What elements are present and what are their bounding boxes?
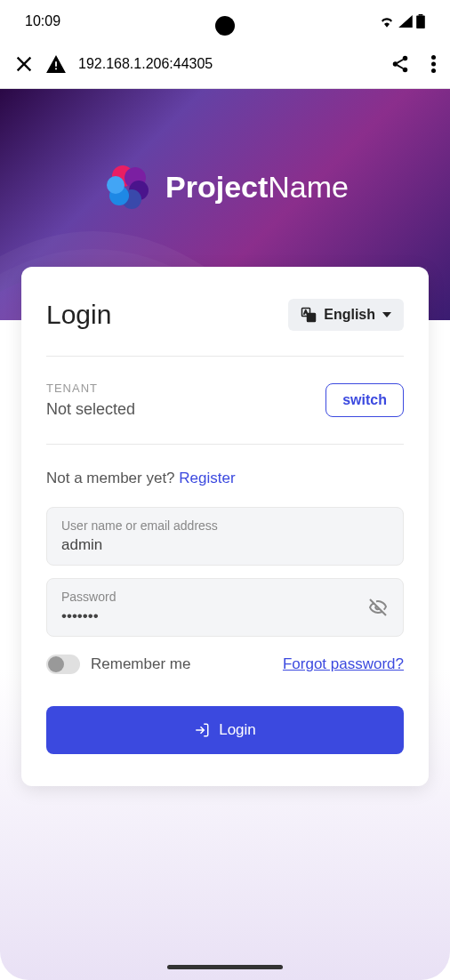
login-header: Login A English (46, 299, 404, 331)
username-value: admin (61, 536, 389, 554)
language-label: English (324, 307, 375, 323)
toggle-knob (48, 656, 64, 672)
username-label: User name or email address (61, 518, 389, 533)
chevron-down-icon (382, 312, 391, 317)
remember-label: Remember me (91, 655, 190, 673)
tenant-label: TENANT (46, 382, 135, 395)
logo-icon (101, 160, 155, 213)
tenant-info: TENANT Not selected (46, 382, 135, 419)
battery-icon (416, 14, 425, 28)
logo-text: ProjectName (165, 170, 349, 205)
remember-toggle-group: Remember me (46, 655, 190, 674)
register-row: Not a member yet? Register (46, 470, 404, 487)
svg-point-2 (403, 55, 408, 60)
page-title: Login (46, 300, 111, 330)
share-icon[interactable] (390, 54, 410, 74)
remember-row: Remember me Forgot password? (46, 655, 404, 674)
close-icon[interactable] (14, 54, 34, 74)
svg-point-3 (393, 61, 398, 67)
password-label: Password (61, 590, 367, 604)
svg-rect-0 (419, 14, 423, 16)
divider (46, 356, 404, 357)
svg-point-5 (431, 55, 436, 60)
divider (46, 444, 404, 445)
status-time: 10:09 (25, 13, 60, 29)
forgot-password-link[interactable]: Forgot password? (283, 655, 404, 673)
svg-point-7 (431, 68, 436, 73)
logo-bold: Project (165, 170, 268, 204)
url-text[interactable]: 192.168.1.206:44305 (78, 56, 378, 72)
username-field[interactable]: User name or email address admin (46, 507, 404, 566)
login-button-label: Login (219, 721, 256, 739)
language-selector[interactable]: A English (288, 299, 404, 331)
logo-container: ProjectName (101, 160, 349, 213)
browser-bar: 192.168.1.206:44305 (0, 39, 450, 89)
menu-dots-icon[interactable] (431, 55, 436, 73)
status-icons (379, 14, 425, 28)
wifi-icon (379, 15, 395, 28)
login-button[interactable]: Login (46, 706, 404, 754)
password-field[interactable]: Password ••••••• (46, 578, 404, 637)
logo-light: Name (268, 170, 349, 204)
status-bar: 10:09 (0, 0, 450, 39)
remember-toggle[interactable] (46, 655, 80, 674)
tenant-row: TENANT Not selected switch (46, 382, 404, 419)
svg-point-13 (107, 176, 125, 194)
tenant-value: Not selected (46, 400, 135, 419)
svg-point-6 (431, 61, 436, 66)
warning-icon (46, 55, 66, 73)
svg-rect-1 (416, 16, 425, 28)
home-indicator[interactable] (167, 965, 283, 969)
register-link[interactable]: Register (179, 470, 235, 486)
signal-icon (398, 15, 413, 28)
translate-icon: A (301, 307, 317, 323)
not-member-text: Not a member yet? (46, 470, 179, 486)
switch-tenant-button[interactable]: switch (325, 383, 404, 417)
camera-notch (215, 16, 235, 36)
svg-rect-15 (308, 314, 316, 322)
svg-text:A: A (304, 309, 308, 315)
login-icon (194, 722, 210, 738)
login-card: Login A English TENANT Not selected swit… (21, 267, 429, 786)
password-value: ••••••• (61, 607, 367, 625)
eye-off-icon[interactable] (367, 597, 389, 618)
svg-point-4 (403, 67, 408, 72)
